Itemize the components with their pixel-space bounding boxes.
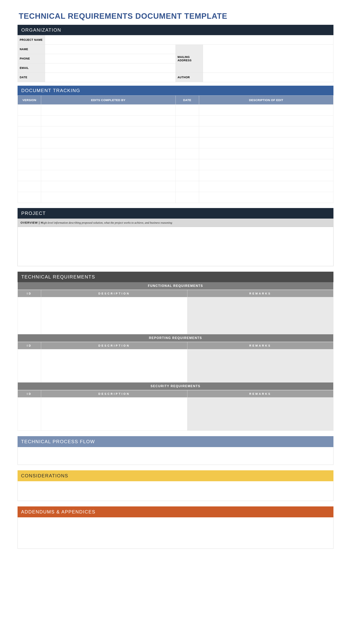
cell-date[interactable] <box>175 148 199 159</box>
cell-date[interactable] <box>175 192 199 203</box>
addendums-body[interactable] <box>17 517 334 549</box>
cell-edits_by[interactable] <box>41 192 176 203</box>
process-flow-header: TECHNICAL PROCESS FLOW <box>17 436 334 447</box>
col-description: DESCRIPTION <box>41 290 187 297</box>
col-id: ID <box>18 290 41 297</box>
col-remarks: REMARKS <box>187 290 334 297</box>
table-row <box>18 159 334 170</box>
table-row <box>18 192 334 203</box>
cell-id[interactable] <box>18 398 41 431</box>
reporting-requirements-table: ID DESCRIPTION REMARKS <box>17 342 334 382</box>
overview-lead: OVERVIEW | H <box>20 221 43 224</box>
value-date[interactable] <box>45 73 176 82</box>
col-description: DESCRIPTION <box>41 390 187 398</box>
technical-requirements-header: TECHNICAL REQUIREMENTS <box>17 272 334 282</box>
col-description: DESCRIPTION <box>41 342 187 349</box>
table-row <box>18 297 334 334</box>
cell-description[interactable] <box>41 349 187 382</box>
cell-version[interactable] <box>18 170 41 181</box>
organization-header: ORGANIZATION <box>17 25 334 35</box>
cell-version[interactable] <box>18 192 41 203</box>
col-date: DATE <box>175 96 199 104</box>
col-edits-by: EDITS COMPLETED BY <box>41 96 176 104</box>
doc-tracking-table: VERSION EDITS COMPLETED BY DATE DESCRIPT… <box>17 96 334 203</box>
cell-edits_by[interactable] <box>41 126 176 138</box>
cell-description[interactable] <box>199 126 334 138</box>
cell-version[interactable] <box>18 138 41 148</box>
cell-description[interactable] <box>199 104 334 116</box>
document-page: TECHNICAL REQUIREMENTS DOCUMENT TEMPLATE… <box>0 0 351 644</box>
table-row <box>18 138 334 148</box>
cell-edits_by[interactable] <box>41 138 176 148</box>
cell-description[interactable] <box>41 297 187 334</box>
page-title: TECHNICAL REQUIREMENTS DOCUMENT TEMPLATE <box>19 12 334 20</box>
project-overview-body[interactable] <box>17 227 334 266</box>
cell-remarks[interactable] <box>187 349 334 382</box>
cell-edits_by[interactable] <box>41 104 176 116</box>
cell-date[interactable] <box>175 104 199 116</box>
value-project-name[interactable] <box>45 35 334 45</box>
label-date: DATE <box>18 73 45 82</box>
label-author: AUTHOR <box>175 73 203 82</box>
cell-edits_by[interactable] <box>41 148 176 159</box>
label-project-name: PROJECT NAME <box>18 35 45 45</box>
value-author[interactable] <box>203 73 334 82</box>
cell-version[interactable] <box>18 116 41 126</box>
cell-version[interactable] <box>18 159 41 170</box>
value-phone[interactable] <box>45 54 176 64</box>
cell-remarks[interactable] <box>187 297 334 334</box>
cell-id[interactable] <box>18 297 41 334</box>
table-row <box>18 116 334 126</box>
cell-date[interactable] <box>175 138 199 148</box>
cell-description[interactable] <box>199 138 334 148</box>
cell-description[interactable] <box>199 116 334 126</box>
cell-description[interactable] <box>199 170 334 181</box>
table-row <box>18 181 334 192</box>
project-overview-bar: OVERVIEW | High-level information descri… <box>17 218 334 227</box>
req-headrow: ID DESCRIPTION REMARKS <box>18 290 334 297</box>
process-flow-body[interactable] <box>17 447 334 465</box>
table-row <box>18 148 334 159</box>
cell-remarks[interactable] <box>187 398 334 431</box>
cell-version[interactable] <box>18 104 41 116</box>
cell-date[interactable] <box>175 116 199 126</box>
table-row <box>18 104 334 116</box>
table-row <box>18 170 334 181</box>
functional-requirements-table: ID DESCRIPTION REMARKS <box>17 290 334 334</box>
col-remarks: REMARKS <box>187 390 334 398</box>
cell-version[interactable] <box>18 148 41 159</box>
security-requirements-title: SECURITY REQUIREMENTS <box>17 382 334 390</box>
value-email[interactable] <box>45 64 176 73</box>
value-mailing-address[interactable] <box>203 45 334 73</box>
col-id: ID <box>18 342 41 349</box>
cell-version[interactable] <box>18 181 41 192</box>
addendums-header: ADDENDUMS & APPENDICES <box>17 506 334 517</box>
cell-id[interactable] <box>18 349 41 382</box>
cell-description[interactable] <box>199 192 334 203</box>
doc-tracking-header: DOCUMENT TRACKING <box>17 86 334 96</box>
cell-description[interactable] <box>199 159 334 170</box>
cell-date[interactable] <box>175 170 199 181</box>
req-headrow: ID DESCRIPTION REMARKS <box>18 342 334 349</box>
col-version: VERSION <box>18 96 41 104</box>
cell-edits_by[interactable] <box>41 116 176 126</box>
label-phone: PHONE <box>18 54 45 64</box>
cell-date[interactable] <box>175 126 199 138</box>
cell-date[interactable] <box>175 159 199 170</box>
cell-edits_by[interactable] <box>41 181 176 192</box>
cell-description[interactable] <box>41 398 187 431</box>
cell-date[interactable] <box>175 181 199 192</box>
considerations-body[interactable] <box>17 481 334 501</box>
doc-tracking-headrow: VERSION EDITS COMPLETED BY DATE DESCRIPT… <box>18 96 334 104</box>
table-row <box>18 398 334 431</box>
cell-edits_by[interactable] <box>41 170 176 181</box>
cell-version[interactable] <box>18 126 41 138</box>
req-headrow: ID DESCRIPTION REMARKS <box>18 390 334 398</box>
value-name[interactable] <box>45 45 176 54</box>
table-row <box>18 349 334 382</box>
cell-description[interactable] <box>199 148 334 159</box>
security-requirements-table: ID DESCRIPTION REMARKS <box>17 390 334 431</box>
cell-edits_by[interactable] <box>41 159 176 170</box>
cell-description[interactable] <box>199 181 334 192</box>
organization-table: PROJECT NAME NAME MAILING ADDRESS PHONE … <box>17 35 334 82</box>
